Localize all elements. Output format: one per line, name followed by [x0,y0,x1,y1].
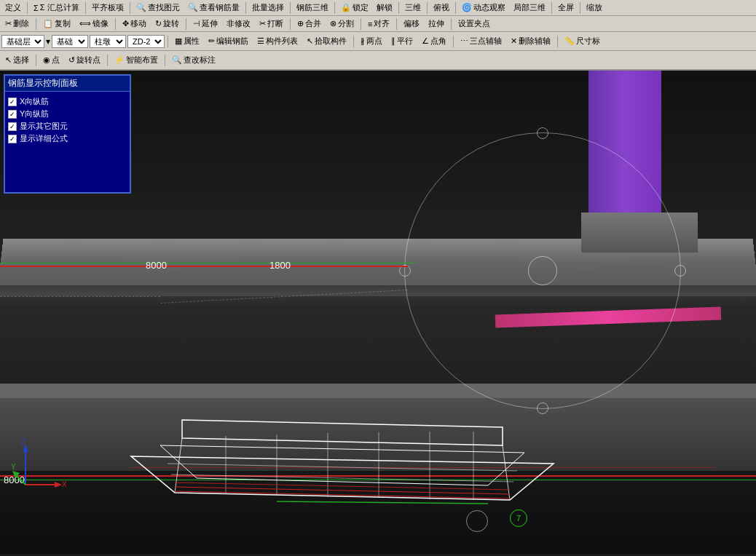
smart-layout-button[interactable]: ⚡ 智能布置 [111,53,162,68]
extend-icon: ⊣ [193,19,200,28]
property-label: 属性 [184,36,200,47]
pick-component-button[interactable]: ↖ 拾取构件 [303,34,350,49]
cut-button[interactable]: ✂ 打断 [256,17,287,31]
align-label: 对齐 [374,18,390,29]
component-list-label: 构件列表 [266,36,298,47]
move-button[interactable]: ✥ 移动 [119,17,150,31]
property-button[interactable]: ▦ 属性 [171,34,203,49]
mirror-label: 镜像 [92,18,109,29]
toolbar-row4: ↖ 选择 ◉ 点 ↺ 旋转点 ⚡ 智能布置 🔍 查改标注 [0,51,756,70]
split-button[interactable]: ⊗ 分割 [326,17,358,31]
cp-checkbox-other[interactable]: ✓ [8,122,17,131]
sep18 [451,18,452,30]
cp-checkbox-y[interactable]: ✓ [8,110,17,119]
view-rebar-button[interactable]: 🔍 查看钢筋量 [184,1,243,15]
edit-icon: ✏ [208,36,215,46]
lock-button[interactable]: 🔒 锁定 [337,1,372,15]
rotate-point-button[interactable]: ↺ 旋转点 [65,53,104,68]
number-7-label: 7 [510,509,527,527]
edit-rebar-button[interactable]: ✏ 编辑钢筋 [205,34,252,49]
find-draw-button[interactable]: 🔍 查找图元 [133,1,184,15]
control-panel-title[interactable]: 钢筋显示控制面板 [5,76,130,92]
offset-button[interactable]: 偏移 [400,17,423,31]
mirror-button[interactable]: ⟺ 镜像 [76,17,112,31]
select-button[interactable]: ↖ 选择 [1,53,33,68]
rebar-3d-button[interactable]: 钢筋三维 [293,1,332,15]
twopoint-icon: ∦ [361,36,365,46]
parallel-button[interactable]: ∥ 平行 [387,34,417,49]
mirror-icon: ⟺ [79,19,91,28]
cp-item-show-detail[interactable]: ✓ 显示详细公式 [8,133,127,144]
copy-button[interactable]: 📋 复制 [39,17,74,31]
sep4 [245,2,246,14]
3d-view-button[interactable]: 三维 [401,1,425,15]
wf-rebar3 [175,482,510,490]
find-draw-label: 查找图元 [148,2,180,13]
wireframe-inner [160,445,524,485]
sep17 [396,18,397,30]
flat-view-button[interactable]: 平齐板项 [88,1,127,15]
sep25 [165,55,165,66]
cp-empty-space [8,146,127,189]
sep13 [115,18,116,30]
wireframe-top [182,420,503,445]
elem-type-select[interactable]: 柱墩 [90,35,126,48]
sep6 [334,2,335,14]
extend-button[interactable]: ⊣ 延伸 [189,17,221,31]
copy-icon: 📋 [43,19,53,28]
shrink-button[interactable]: 缩放 [583,1,606,15]
elem-id-select[interactable]: ZD-2 [127,35,165,48]
fullscreen-button[interactable]: 全屏 [554,1,578,15]
local-3d-button[interactable]: 局部三维 [510,1,549,15]
sep3 [130,2,130,14]
perspective-button[interactable]: 俯视 [430,1,453,15]
define-button[interactable]: 定义 [1,1,25,15]
drag-button[interactable]: 拉伸 [425,17,448,31]
dynamic-obs-button[interactable]: 🌀 动态观察 [458,1,509,15]
cp-item-y-rebar[interactable]: ✓ Y向纵筋 [8,108,127,119]
sum-calc-button[interactable]: Σ Σ 汇总计算 [30,1,83,15]
x-arrowhead [55,482,62,488]
split-icon: ⊗ [330,19,336,28]
cp-checkbox-x[interactable]: ✓ [8,98,17,106]
wf-rebar1 [175,491,510,499]
main-viewport[interactable]: 8000 1800 8000 7 Z X Y 钢筋显示控制面板 ✓ [0,71,756,554]
angle-icon: ∠ [422,36,429,46]
align-button[interactable]: ≡ 对齐 [364,17,393,31]
merge-button[interactable]: ⊕ 合并 [294,17,325,31]
three-point-aux-button[interactable]: ⋯ 三点辅轴 [457,34,505,49]
ruler-button[interactable]: 📏 尺寸标 [561,34,604,49]
delete-button[interactable]: ✂ 删除 [1,17,33,31]
layer-type-select[interactable]: 基础层 [1,35,44,48]
merge-label: 合并 [305,18,321,29]
lock-label: 锁定 [353,2,369,13]
cp-item-show-other[interactable]: ✓ 显示其它图元 [8,121,127,132]
cp-item-x-rebar[interactable]: ✓ X向纵筋 [8,96,127,107]
slab-shadow [0,285,756,307]
dynamic-label: 动态观察 [473,2,505,13]
threepoint-icon: ⋯ [460,36,468,46]
rotate-button[interactable]: ↻ 旋转 [151,17,183,31]
control-panel-body: ✓ X向纵筋 ✓ Y向纵筋 ✓ 显示其它图元 ✓ 显示详细公式 [5,92,130,192]
change-mark-button[interactable]: 🔍 查改标注 [168,53,219,68]
component-list-button[interactable]: ☰ 构件列表 [253,34,302,49]
z-label: Z [21,438,25,446]
two-point-button[interactable]: ∦ 两点 [357,34,386,49]
del-aux-button[interactable]: ✕ 删除辅轴 [507,34,554,49]
sigma-icon: Σ [34,4,39,12]
bottom-nav-circle[interactable] [466,510,488,532]
angle-point-button[interactable]: ∠ 点角 [418,34,450,49]
node-point-button[interactable]: ◉ 点 [39,53,63,68]
layer-select[interactable]: 基础 [52,35,88,48]
rebar-line-red-1 [0,266,408,267]
ruler-icon: 📏 [564,36,575,46]
batch-select-button[interactable]: 批量选择 [248,1,288,15]
explode-button[interactable]: 解锁 [373,1,396,15]
non-modify-button[interactable]: 非修改 [223,17,254,31]
wf-rebar2 [175,487,510,494]
wf-hgrid1 [168,464,517,471]
cp-checkbox-detail[interactable]: ✓ [8,135,17,143]
set-point-button[interactable]: 设置夹点 [454,17,494,31]
sep2 [85,2,86,14]
lock-icon: 🔒 [341,3,351,12]
